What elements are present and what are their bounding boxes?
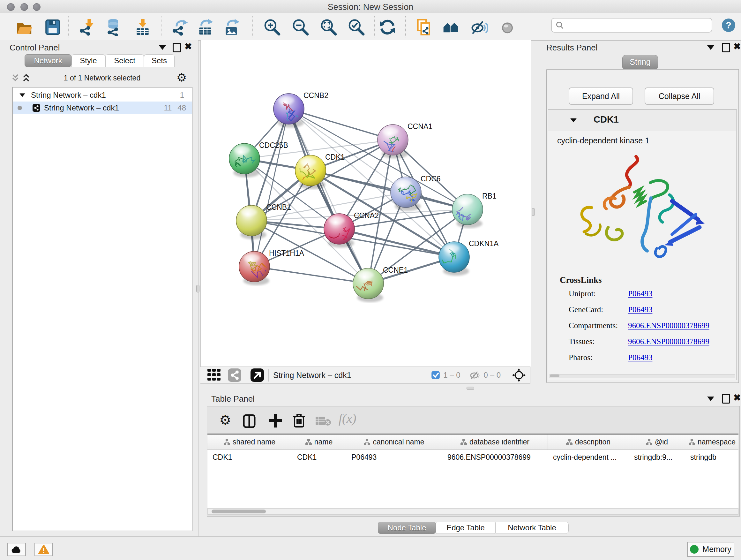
network-node-hist1h1a[interactable]: HIST1H1A — [239, 249, 305, 286]
memory-button[interactable]: Memory — [687, 542, 734, 557]
network-graph[interactable]: CCNB2CCNA1CDC25BCDK1CDC6RB1CCNB1CCNA2CDK… — [201, 40, 531, 367]
search-input[interactable] — [564, 20, 712, 30]
table-row[interactable]: CDK1CDK1P064939606.ENSP00000378699cyclin… — [207, 450, 738, 464]
network-row-selected[interactable]: String Network – cdk1 11 48 — [13, 102, 192, 114]
tab-style[interactable]: Style — [71, 54, 105, 67]
tab-node-table[interactable]: Node Table — [378, 522, 436, 534]
zoom-out-icon[interactable] — [291, 18, 309, 36]
collapse-all-button[interactable]: Collapse All — [645, 87, 714, 105]
expand-all-chevron-icon[interactable] — [11, 73, 19, 82]
left-splitter-handle[interactable] — [196, 285, 199, 293]
crosslink-value-link[interactable]: 9606.ENSP00000378699 — [628, 321, 710, 330]
network-node-cdc6[interactable]: CDC6 — [391, 175, 441, 211]
network-collection-row[interactable]: String Network – cdk1 1 — [13, 89, 192, 102]
hide-selected-eye-icon[interactable] — [470, 18, 488, 36]
collection-expand-icon[interactable] — [19, 93, 25, 97]
column-header-namespace[interactable]: namespace — [685, 435, 738, 450]
network-node-ccnb1[interactable]: CCNB1 — [236, 203, 291, 240]
open-session-icon[interactable] — [15, 18, 33, 36]
control-panel-close-icon[interactable]: ✖ — [185, 43, 192, 51]
cloud-status-button[interactable] — [7, 543, 26, 556]
hidden-eye-icon[interactable] — [470, 370, 481, 380]
tab-string[interactable]: String — [622, 55, 658, 69]
results-hscrollbar[interactable] — [549, 374, 735, 378]
birds-eye-view-icon[interactable] — [512, 368, 526, 382]
crosslink-value-link[interactable]: P06493 — [628, 305, 652, 314]
network-view-share-icon[interactable] — [228, 368, 241, 382]
clone-network-icon[interactable] — [415, 18, 433, 36]
table-hscrollbar[interactable] — [207, 508, 738, 515]
delete-table-icon[interactable] — [316, 415, 331, 426]
results-panel-float-icon[interactable] — [722, 43, 730, 52]
network-node-cdc25b[interactable]: CDC25B — [229, 141, 288, 178]
table-gear-icon[interactable]: ⚙ — [219, 412, 231, 428]
refresh-layout-icon[interactable] — [379, 18, 396, 36]
control-panel-menu-icon[interactable] — [159, 45, 166, 50]
table-panel-float-icon[interactable] — [722, 394, 730, 403]
import-table-file-icon[interactable] — [134, 18, 151, 36]
import-network-file-icon[interactable] — [78, 18, 96, 36]
split-column-icon[interactable] — [243, 414, 256, 428]
network-options-gear-icon[interactable]: ⚙ — [177, 71, 187, 84]
column-header-name[interactable]: name — [292, 435, 346, 450]
warning-status-button[interactable] — [35, 543, 53, 556]
cdk1-collapse-icon[interactable] — [570, 118, 577, 123]
node-table[interactable]: shared namenamecanonical namedatabase id… — [207, 434, 738, 509]
table-cell[interactable]: stringdb — [685, 450, 738, 464]
tab-sets[interactable]: Sets — [144, 54, 175, 67]
crosslink-value-link[interactable]: P06493 — [628, 353, 652, 362]
export-table-icon[interactable] — [196, 18, 214, 36]
selected-checkbox-icon[interactable] — [431, 371, 440, 380]
network-edge[interactable] — [311, 171, 468, 209]
column-header-@id[interactable]: @id — [629, 435, 685, 450]
network-canvas[interactable]: CCNB2CCNA1CDC25BCDK1CDC6RB1CCNB1CCNA2CDK… — [200, 40, 531, 367]
table-cell[interactable]: cyclin-dependent ... — [548, 450, 629, 464]
zoom-in-icon[interactable] — [263, 18, 281, 36]
add-column-icon[interactable] — [268, 414, 282, 428]
table-cell[interactable]: CDK1 — [207, 450, 292, 464]
results-panel-menu-icon[interactable] — [707, 45, 714, 50]
export-network-icon[interactable] — [171, 18, 189, 36]
search-field[interactable] — [551, 18, 712, 33]
network-node-ccnb2[interactable]: CCNB2 — [273, 91, 328, 128]
network-node-ccne1[interactable]: CCNE1 — [353, 266, 408, 302]
table-panel-menu-icon[interactable] — [707, 396, 714, 401]
tab-edge-table[interactable]: Edge Table — [436, 522, 495, 534]
network-node-cdkn1a[interactable]: CDKN1A — [439, 240, 499, 276]
table-cell[interactable]: CDK1 — [292, 450, 346, 464]
column-header-shared-name[interactable]: shared name — [207, 435, 292, 450]
results-panel-close-icon[interactable]: ✖ — [733, 43, 741, 51]
column-header-canonical-name[interactable]: canonical name — [346, 435, 442, 450]
help-icon[interactable]: ? — [721, 18, 736, 33]
column-header-database-identifier[interactable]: database identifier — [442, 435, 548, 450]
table-cell[interactable]: P06493 — [346, 450, 442, 464]
export-image-icon[interactable] — [223, 18, 241, 36]
first-neighbors-houses-icon[interactable] — [442, 18, 460, 36]
table-cell[interactable]: 9606.ENSP00000378699 — [442, 450, 548, 464]
delete-column-trash-icon[interactable] — [293, 413, 306, 428]
table-panel-close-icon[interactable]: ✖ — [733, 394, 741, 401]
collapse-all-chevron-icon[interactable] — [22, 73, 30, 82]
column-header-description[interactable]: description — [548, 435, 629, 450]
grid-view-icon[interactable] — [207, 369, 222, 381]
network-edge[interactable] — [289, 109, 393, 140]
network-edge[interactable] — [254, 266, 368, 284]
right-splitter-handle[interactable] — [532, 208, 535, 216]
zoom-selected-icon[interactable] — [347, 18, 365, 36]
table-cell[interactable]: stringdb:9... — [629, 450, 685, 464]
crosslink-value-link[interactable]: P06493 — [628, 289, 652, 298]
tab-network-table[interactable]: Network Table — [495, 522, 569, 534]
table-hscrollbar-thumb[interactable] — [212, 509, 266, 513]
show-all-eye-icon[interactable] — [498, 18, 516, 36]
tab-network[interactable]: Network — [24, 54, 71, 67]
network-node-ccna1[interactable]: CCNA1 — [378, 122, 432, 169]
save-session-icon[interactable] — [44, 18, 62, 36]
horizontal-splitter-handle[interactable] — [467, 387, 474, 390]
expand-all-button[interactable]: Expand All — [569, 87, 633, 105]
import-network-database-icon[interactable] — [105, 18, 123, 36]
control-panel-float-icon[interactable] — [173, 43, 181, 52]
tab-select[interactable]: Select — [105, 54, 144, 67]
open-in-new-window-icon[interactable] — [251, 368, 264, 382]
zoom-fit-icon[interactable] — [320, 18, 337, 36]
network-node-rb1[interactable]: RB1 — [452, 192, 496, 228]
